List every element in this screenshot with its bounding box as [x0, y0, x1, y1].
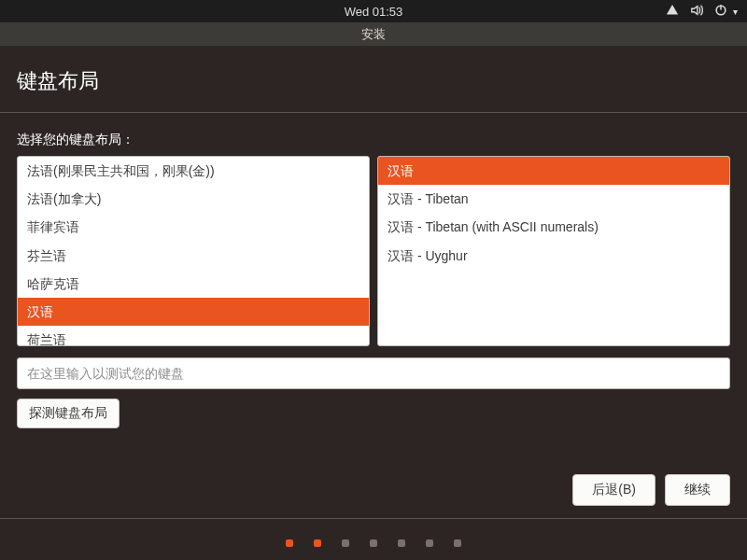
back-button[interactable]: 后退(B)	[572, 474, 655, 506]
variants-listbox[interactable]: 汉语汉语 - Tibetan汉语 - Tibetan (with ASCII n…	[377, 156, 730, 346]
system-topbar: Wed 01:53 ▾	[0, 0, 747, 22]
layout-row[interactable]: 芬兰语	[18, 242, 369, 270]
detect-layout-button[interactable]: 探测键盘布局	[17, 399, 120, 428]
network-icon[interactable]	[666, 4, 679, 20]
progress-dot	[370, 539, 377, 547]
progress-dot	[314, 539, 321, 547]
layout-row[interactable]: 法语(刚果民主共和国，刚果(金))	[18, 157, 369, 185]
layout-row[interactable]: 哈萨克语	[18, 270, 369, 298]
heading-divider	[0, 112, 747, 113]
tray-menu-arrow-icon[interactable]: ▾	[733, 7, 738, 17]
layout-row[interactable]: 汉语	[18, 298, 369, 326]
variant-row[interactable]: 汉语 - Tibetan	[378, 185, 729, 213]
progress-dots	[0, 539, 747, 547]
power-icon[interactable]	[714, 4, 727, 20]
wizard-actions: 后退(B) 继续	[572, 474, 730, 506]
progress-dot	[342, 539, 349, 547]
layout-row[interactable]: 荷兰语	[18, 326, 369, 346]
variant-row[interactable]: 汉语	[378, 157, 729, 185]
window-title: 安装	[361, 26, 386, 43]
progress-dot	[454, 539, 461, 547]
page-heading: 键盘布局	[17, 67, 730, 95]
svg-rect-1	[720, 5, 721, 9]
variant-row[interactable]: 汉语 - Uyghur	[378, 242, 729, 270]
clock: Wed 01:53	[345, 5, 403, 19]
volume-icon[interactable]	[690, 4, 703, 20]
keyboard-test-input[interactable]	[17, 357, 730, 389]
continue-button[interactable]: 继续	[665, 474, 730, 506]
layout-lists: 法语(刚果民主共和国，刚果(金))法语(加拿大)菲律宾语芬兰语哈萨克语汉语荷兰语…	[17, 156, 730, 346]
variant-row[interactable]: 汉语 - Tibetan (with ASCII numerals)	[378, 213, 729, 241]
footer-divider	[0, 518, 747, 519]
layouts-listbox[interactable]: 法语(刚果民主共和国，刚果(金))法语(加拿大)菲律宾语芬兰语哈萨克语汉语荷兰语	[17, 156, 370, 346]
window-titlebar: 安装	[0, 22, 747, 47]
progress-dot	[426, 539, 433, 547]
installer-content: 键盘布局 选择您的键盘布局： 法语(刚果民主共和国，刚果(金))法语(加拿大)菲…	[0, 47, 747, 428]
progress-dot	[398, 539, 405, 547]
system-tray: ▾	[666, 0, 738, 22]
layout-row[interactable]: 法语(加拿大)	[18, 185, 369, 213]
layout-row[interactable]: 菲律宾语	[18, 213, 369, 241]
progress-dot	[286, 539, 293, 547]
layout-prompt: 选择您的键盘布局：	[17, 132, 730, 148]
